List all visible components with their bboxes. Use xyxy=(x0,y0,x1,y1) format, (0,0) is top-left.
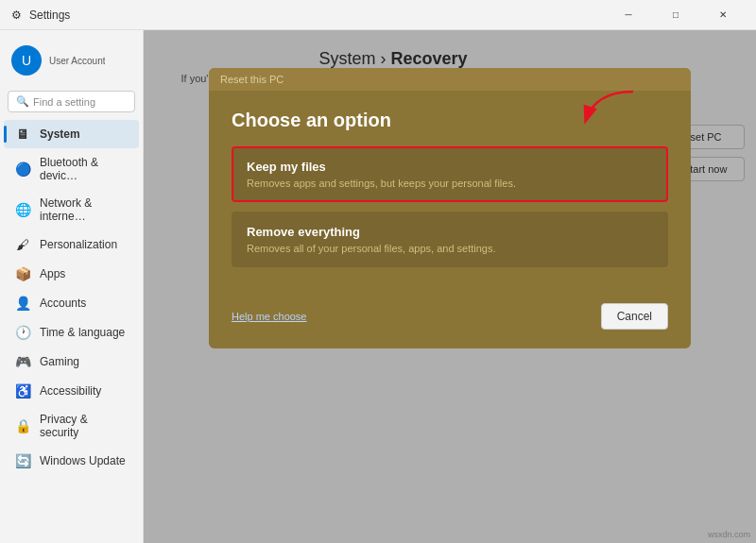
sidebar-item-network[interactable]: 🌐 Network & interne… xyxy=(4,190,139,229)
title-bar-left: ⚙ Settings xyxy=(11,8,70,22)
profile-section: U User Account xyxy=(0,38,143,87)
privacy-icon: 🔒 xyxy=(15,418,30,433)
search-icon: 🔍 xyxy=(16,95,29,108)
sidebar-item-privacy[interactable]: 🔒 Privacy & security xyxy=(4,406,139,446)
sidebar-label-update: Windows Update xyxy=(40,454,126,467)
sidebar-label-system: System xyxy=(40,127,80,141)
time-icon: 🕐 xyxy=(15,325,30,340)
remove-everything-option[interactable]: Remove everything Removes all of your pe… xyxy=(232,212,668,267)
sidebar-item-accounts[interactable]: 👤 Accounts xyxy=(4,289,139,317)
system-icon: 🖥 xyxy=(15,127,30,142)
minimize-button[interactable]: ─ xyxy=(607,0,650,30)
sidebar-label-bluetooth: Bluetooth & devic… xyxy=(40,156,128,182)
apps-icon: 📦 xyxy=(15,266,30,281)
title-bar-title: Settings xyxy=(29,8,70,22)
sidebar-item-time[interactable]: 🕐 Time & language xyxy=(4,318,139,347)
sidebar-item-personalization[interactable]: 🖌 Personalization xyxy=(4,230,139,259)
app-container: U User Account 🔍 Find a setting 🖥 System… xyxy=(0,30,756,543)
search-box[interactable]: 🔍 Find a setting xyxy=(8,91,135,112)
sidebar-label-time: Time & language xyxy=(40,326,125,339)
maximize-button[interactable]: □ xyxy=(654,0,697,30)
settings-icon: ⚙ xyxy=(11,8,22,22)
modal-overlay: Reset this PC Choose an option Keep my f… xyxy=(144,30,756,543)
sidebar-item-system[interactable]: 🖥 System xyxy=(4,120,139,148)
sidebar-label-network: Network & interne… xyxy=(40,196,128,223)
accessibility-icon: ♿ xyxy=(15,383,30,399)
gaming-icon: 🎮 xyxy=(15,354,30,369)
sidebar-label-accounts: Accounts xyxy=(40,297,86,310)
sidebar-item-accessibility[interactable]: ♿ Accessibility xyxy=(4,377,139,405)
title-bar: ⚙ Settings ─ □ ✕ xyxy=(0,0,756,30)
sidebar-item-apps[interactable]: 📦 Apps xyxy=(4,260,139,288)
keep-files-option[interactable]: Keep my files Removes apps and settings,… xyxy=(232,146,668,202)
sidebar-label-gaming: Gaming xyxy=(40,355,79,368)
avatar: U xyxy=(11,45,42,76)
update-icon: 🔄 xyxy=(15,453,30,468)
cancel-button[interactable]: Cancel xyxy=(601,303,668,330)
title-bar-controls: ─ □ ✕ xyxy=(607,0,745,30)
arrow-container xyxy=(567,87,643,147)
search-placeholder: Find a setting xyxy=(33,96,95,108)
sidebar-label-accessibility: Accessibility xyxy=(40,384,101,398)
personalization-icon: 🖌 xyxy=(15,237,30,252)
sidebar-item-windows-update[interactable]: 🔄 Windows Update xyxy=(4,447,139,475)
accounts-icon: 👤 xyxy=(15,296,30,311)
profile-text: User Account xyxy=(49,56,105,66)
sidebar-label-apps: Apps xyxy=(40,267,65,280)
remove-everything-title: Remove everything xyxy=(247,225,653,239)
keep-files-desc: Removes apps and settings, but keeps you… xyxy=(247,178,653,189)
modal-top-label: Reset this PC xyxy=(220,74,284,85)
close-button[interactable]: ✕ xyxy=(701,0,745,30)
sidebar-label-personalization: Personalization xyxy=(40,238,117,251)
help-me-choose-link[interactable]: Help me choose xyxy=(232,311,307,322)
bluetooth-icon: 🔵 xyxy=(15,161,30,177)
sidebar-label-privacy: Privacy & security xyxy=(40,413,128,439)
sidebar: U User Account 🔍 Find a setting 🖥 System… xyxy=(0,30,144,543)
modal-footer: Help me choose Cancel xyxy=(209,296,691,348)
network-icon: 🌐 xyxy=(15,202,30,217)
remove-everything-desc: Removes all of your personal files, apps… xyxy=(247,243,653,254)
arrow-svg xyxy=(567,87,643,144)
keep-files-title: Keep my files xyxy=(247,160,653,174)
sidebar-item-gaming[interactable]: 🎮 Gaming xyxy=(4,348,139,376)
sidebar-item-bluetooth[interactable]: 🔵 Bluetooth & devic… xyxy=(4,149,139,189)
